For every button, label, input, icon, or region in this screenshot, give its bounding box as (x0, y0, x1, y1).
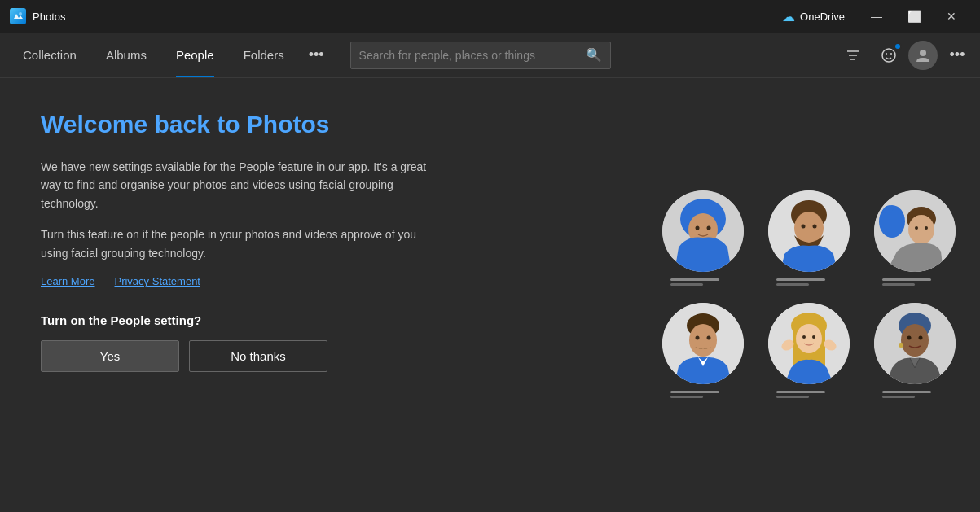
svg-point-40 (899, 343, 903, 348)
left-panel: Welcome back to Photos We have new setti… (0, 78, 638, 511)
svg-point-41 (907, 336, 912, 340)
avatar-4-lines (670, 391, 736, 399)
svg-point-42 (919, 336, 923, 340)
svg-point-39 (901, 324, 929, 357)
avatar-card-3 (866, 190, 964, 287)
nav-item-collection[interactable]: Collection (8, 33, 91, 77)
avatar-card-6 (866, 303, 964, 399)
welcome-title: Welcome back to Photos (41, 111, 597, 138)
title-bar-right: ☁ OneDrive — ⬜ ✕ (782, 3, 970, 29)
avatar-4 (662, 303, 744, 384)
svg-point-5 (886, 53, 887, 55)
svg-point-11 (696, 226, 700, 230)
avatar-2-lines (776, 278, 842, 287)
title-bar-left: Photos (10, 8, 65, 24)
learn-more-link[interactable]: Learn More (41, 275, 94, 287)
window-controls: — ⬜ ✕ (858, 3, 970, 29)
avatar-3-lines (882, 278, 947, 287)
minimize-button[interactable]: — (858, 3, 895, 29)
avatar-card-5 (760, 303, 858, 399)
question-label: Turn on the People setting? (41, 313, 597, 327)
svg-point-35 (802, 335, 806, 339)
user-avatar-button[interactable] (908, 41, 938, 70)
avatar-6-lines (882, 391, 947, 399)
svg-point-16 (802, 225, 806, 229)
svg-point-36 (812, 335, 815, 339)
search-icon[interactable]: 🔍 (578, 42, 610, 69)
svg-point-12 (707, 226, 711, 230)
yes-button[interactable]: Yes (41, 340, 179, 372)
svg-point-17 (813, 225, 817, 229)
svg-point-26 (689, 324, 717, 357)
onedrive-label: OneDrive (800, 11, 845, 23)
avatar-6 (874, 303, 956, 384)
nav-bar: Collection Albums People Folders ••• 🔍 (0, 33, 980, 78)
description-1: We have new settings available for the P… (41, 158, 432, 212)
title-bar: Photos ☁ OneDrive — ⬜ ✕ (0, 0, 980, 33)
avatar-2 (768, 190, 850, 272)
maximize-button[interactable]: ⬜ (895, 3, 933, 29)
nav-item-people[interactable]: People (161, 33, 229, 77)
svg-point-0 (19, 12, 22, 15)
links-row: Learn More Privacy Statement (41, 275, 597, 287)
avatar-card-2 (760, 190, 858, 287)
more-options-button[interactable]: ••• (941, 39, 973, 72)
nav-item-albums[interactable]: Albums (91, 33, 161, 77)
svg-point-4 (882, 49, 895, 62)
svg-point-23 (925, 226, 928, 230)
app-title: Photos (33, 11, 65, 23)
filter-button[interactable] (837, 39, 869, 72)
nav-actions: ••• (837, 39, 980, 72)
buttons-row: Yes No thanks (41, 340, 597, 372)
avatar-card-1 (654, 190, 752, 287)
nav-items: Collection Albums People Folders ••• (8, 33, 334, 77)
svg-point-7 (920, 50, 926, 56)
app-icon (10, 8, 26, 24)
avatar-1 (662, 190, 744, 272)
search-input[interactable] (351, 49, 578, 62)
svg-point-27 (696, 336, 700, 340)
svg-point-28 (707, 336, 711, 340)
main-content: Welcome back to Photos We have new setti… (0, 78, 980, 511)
description-2: Turn this feature on if the people in yo… (41, 225, 432, 262)
right-panel (638, 78, 980, 511)
svg-point-21 (908, 215, 934, 244)
face-recognition-button[interactable] (872, 39, 905, 72)
privacy-statement-link[interactable]: Privacy Statement (114, 275, 200, 287)
svg-point-6 (890, 53, 892, 55)
close-button[interactable]: ✕ (933, 3, 970, 29)
avatar-3 (874, 190, 956, 272)
nav-more-button[interactable]: ••• (299, 33, 334, 77)
svg-point-32 (796, 324, 822, 353)
avatar-card-4 (654, 303, 752, 399)
avatar-5-lines (776, 391, 842, 399)
search-bar: 🔍 (350, 42, 611, 69)
no-thanks-button[interactable]: No thanks (189, 340, 327, 372)
onedrive-section: ☁ OneDrive (782, 9, 845, 24)
notification-badge (894, 42, 902, 50)
onedrive-icon: ☁ (782, 9, 795, 24)
nav-item-folders[interactable]: Folders (229, 33, 299, 77)
avatar-5 (768, 303, 850, 384)
avatars-grid (654, 190, 964, 399)
avatar-1-lines (670, 278, 736, 287)
svg-point-22 (915, 226, 918, 230)
